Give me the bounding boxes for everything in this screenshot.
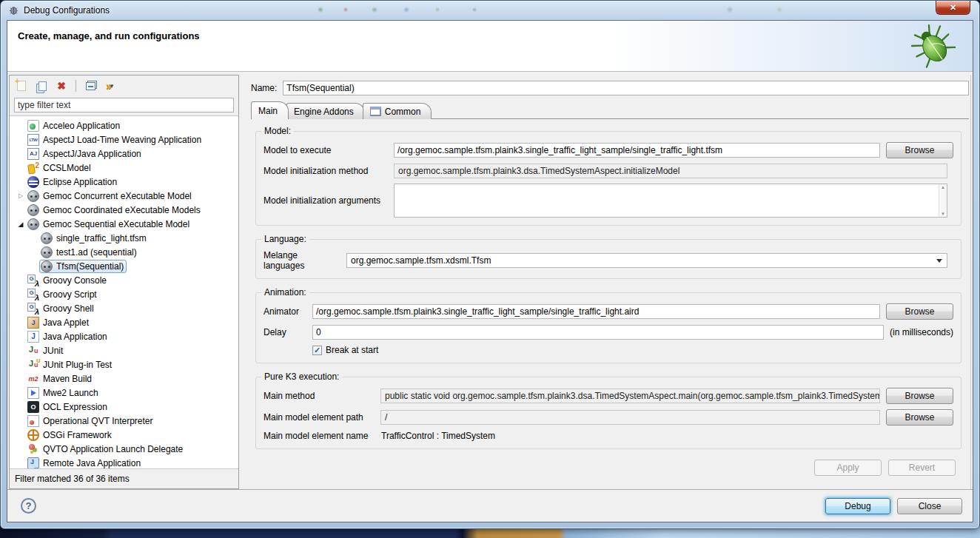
tree-item-selected[interactable]: Tfsm(Sequential) <box>39 260 127 273</box>
tree-item[interactable]: QVTO Application Launch Delegate <box>10 442 238 456</box>
tree-item[interactable]: test1.ad (sequential) <box>10 245 238 259</box>
java-application-icon <box>27 331 39 343</box>
tree-item-body[interactable]: OCL Expression <box>26 400 110 414</box>
tree-item[interactable]: AspectJ Load-Time Weaving Application <box>10 132 238 147</box>
tree-item-body[interactable]: Operational QVT Interpreter <box>26 414 156 428</box>
tree-item-body[interactable]: JUnit Plug-in Test <box>26 358 115 371</box>
tree-item[interactable]: Tfsm(Sequential) <box>10 259 238 273</box>
tree-item-body[interactable]: OSGi Framework <box>26 428 115 442</box>
ocl-icon <box>27 401 39 413</box>
qvt-interpreter-icon <box>27 415 39 427</box>
tree-expander-icon[interactable]: ▷ <box>16 192 26 199</box>
delete-configuration-button[interactable]: ✖ <box>54 78 69 93</box>
tree-item-label: Tfsm(Sequential) <box>56 261 124 272</box>
name-input[interactable] <box>283 81 969 95</box>
dropdown-caret-icon: ▼ <box>109 83 115 90</box>
apply-button[interactable]: Apply <box>814 460 882 476</box>
tree-item[interactable]: AspectJ/Java Application <box>10 147 238 161</box>
tree-item-body[interactable]: Gemoc Coordinated eXecutable Models <box>26 204 204 217</box>
tab-common[interactable]: Common <box>363 103 432 119</box>
filter-configurations-button[interactable]: »▼ <box>103 78 118 93</box>
tree-item[interactable]: OCL Expression <box>10 400 238 414</box>
tree-item-body[interactable]: Mwe2 Launch <box>26 386 101 400</box>
tree-item[interactable]: Groovy Console <box>10 273 238 287</box>
tree-item-body[interactable]: Groovy Script <box>26 288 100 301</box>
collapse-all-button[interactable] <box>83 78 98 93</box>
tree-item-body[interactable]: JUnit <box>26 344 66 357</box>
scroll-up-icon[interactable]: ▲ <box>941 185 945 189</box>
tree-item-body[interactable]: Groovy Shell <box>26 302 97 315</box>
tree-item-body[interactable]: Remote Java Application <box>26 457 144 470</box>
close-button[interactable]: Close <box>897 498 962 514</box>
tree-item[interactable]: Operational QVT Interpreter <box>10 414 238 428</box>
dialog-client-area: Create, manage, and run configurations <box>7 20 973 522</box>
browse-model-button[interactable]: Browse <box>886 142 953 158</box>
tree-item[interactable]: OSGi Framework <box>10 428 238 442</box>
tree-item-body[interactable]: Java Application <box>26 330 110 343</box>
main-method-label: Main method <box>264 391 375 401</box>
tree-expander-icon[interactable]: ◢ <box>16 221 26 228</box>
tree-item[interactable]: Java Application <box>10 329 238 343</box>
page-title: Create, manage, and run configurations <box>18 30 200 41</box>
debug-bug-icon <box>910 24 956 70</box>
close-window-button[interactable]: ✕ <box>936 1 970 15</box>
animator-input[interactable] <box>312 304 880 319</box>
melange-languages-combo[interactable]: org.gemoc.sample.tfsm.xdsml.Tfsm <box>346 253 947 268</box>
model-to-execute-input[interactable] <box>394 143 880 158</box>
tree-item[interactable]: Gemoc Coordinated eXecutable Models <box>10 203 238 217</box>
browse-main-method-button[interactable]: Browse <box>886 388 953 404</box>
scroll-down-icon[interactable]: ▼ <box>941 212 945 216</box>
tree-item[interactable]: Remote Java Application <box>10 456 238 469</box>
tree-item[interactable]: Java Applet <box>10 315 238 329</box>
tree-item-body[interactable]: single_traffic_light.tfsm <box>39 232 150 245</box>
tree-item[interactable]: Mwe2 Launch <box>10 386 238 400</box>
tree-item-body[interactable]: QVTO Application Launch Delegate <box>26 443 186 456</box>
tab-main[interactable]: Main <box>251 101 289 119</box>
break-at-start-checkbox[interactable]: ✓ <box>312 346 322 355</box>
tree-item[interactable]: Groovy Script <box>10 287 238 301</box>
tree-item[interactable]: Eclipse Application <box>10 175 238 189</box>
tree-item-body[interactable]: CCSLModel <box>26 161 94 175</box>
tree-item-body[interactable]: Gemoc Sequential eXecutable Model <box>26 218 192 231</box>
tree-item-body[interactable]: Eclipse Application <box>26 175 120 189</box>
tree-item[interactable]: CCSLModel <box>10 161 238 175</box>
model-init-args-label: Model initialization arguments <box>264 195 388 206</box>
textarea-scrollbar[interactable]: ▲ ▼ <box>939 184 947 217</box>
tree-item-body[interactable]: test1.ad (sequential) <box>39 246 140 259</box>
delay-input[interactable] <box>312 325 884 340</box>
tree-item-body[interactable]: Java Applet <box>26 316 92 329</box>
revert-button[interactable]: Revert <box>888 460 956 476</box>
tree-item-body[interactable]: Acceleo Application <box>26 119 123 132</box>
tab-engine-addons[interactable]: Engine Addons <box>286 103 365 119</box>
tree-item[interactable]: ▷Gemoc Concurrent eXecutable Model <box>10 189 238 203</box>
main-model-element-name-value: TrafficControl : TimedSystem <box>380 431 947 441</box>
model-group: Model: Model to execute Browse Model ini… <box>255 131 961 226</box>
tree-item[interactable]: ◢Gemoc Sequential eXecutable Model <box>10 217 238 231</box>
tree-item[interactable]: Maven Build <box>10 371 238 386</box>
tree-item[interactable]: Acceleo Application <box>10 118 238 132</box>
collapse-all-icon <box>86 82 95 90</box>
tree-item-body[interactable]: Groovy Console <box>26 274 110 287</box>
tree-item-body[interactable]: AspectJ/Java Application <box>26 147 144 161</box>
debug-button[interactable]: Debug <box>825 498 890 514</box>
browse-animator-button[interactable]: Browse <box>886 303 953 320</box>
filter-input[interactable] <box>14 98 234 112</box>
tree-item[interactable]: JUnit Plug-in Test <box>10 357 238 371</box>
table-icon <box>370 107 381 116</box>
tree-item-label: OSGi Framework <box>43 430 112 440</box>
tree-item[interactable]: Groovy Shell <box>10 301 238 315</box>
tree-item[interactable]: JUnit <box>10 343 238 357</box>
browse-element-path-button[interactable]: Browse <box>886 409 953 426</box>
duplicate-configuration-button[interactable] <box>34 78 49 93</box>
tree-item[interactable]: single_traffic_light.tfsm <box>10 231 238 245</box>
help-button[interactable]: ? <box>21 498 36 514</box>
tree-item-body[interactable]: Maven Build <box>26 372 95 386</box>
tree-item-body[interactable]: AspectJ Load-Time Weaving Application <box>26 133 204 147</box>
window-bug-icon <box>8 5 19 16</box>
tree-item-body[interactable]: Gemoc Concurrent eXecutable Model <box>26 189 195 203</box>
gemoc-icon <box>41 246 53 258</box>
model-init-args-textarea[interactable] <box>395 184 939 217</box>
new-configuration-button[interactable] <box>14 78 29 93</box>
tree-item-label: Java Applet <box>43 317 89 328</box>
combo-dropdown-arrow-icon[interactable] <box>936 259 942 263</box>
